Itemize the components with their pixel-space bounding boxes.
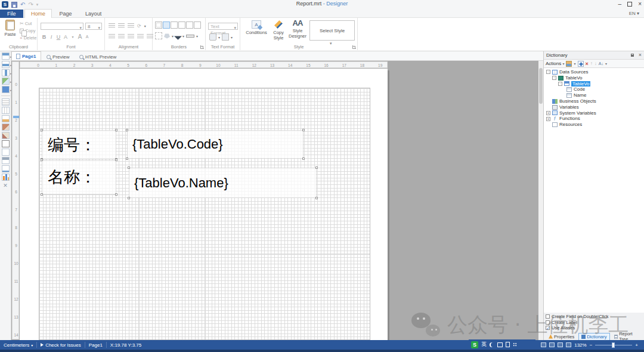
design-grid[interactable]	[39, 88, 370, 340]
tab-dictionary[interactable]: Dictionary	[578, 333, 609, 341]
expand-icon[interactable]: +	[546, 117, 550, 121]
outside-borders-icon[interactable]	[163, 21, 170, 29]
ime-language-icon[interactable]: 英	[481, 341, 487, 348]
option-create-label[interactable]: Create Label	[546, 320, 642, 326]
actions-button[interactable]: Actions ▾	[546, 61, 564, 66]
moon-icon[interactable]	[490, 342, 494, 347]
tab-report-tree[interactable]: Report Tree	[611, 333, 644, 341]
copy-button[interactable]: Copy	[20, 28, 36, 33]
tab-preview[interactable]: Preview	[42, 53, 73, 61]
tab-properties[interactable]: Properties	[546, 333, 577, 341]
font-color-dropdown-icon[interactable]: ▾	[69, 33, 76, 41]
style-dialog-launcher-icon[interactable]	[352, 45, 356, 49]
text-label-name[interactable]: 名称：	[42, 160, 116, 194]
new-item-dropdown-icon[interactable]: ▾	[574, 61, 575, 66]
view-logical-icon[interactable]	[558, 342, 563, 347]
move-down-icon[interactable]: ↓	[595, 61, 597, 66]
text-rotation-icon[interactable]: ⟳	[137, 23, 141, 29]
align-left-icon[interactable]	[109, 34, 115, 39]
option-use-aliases[interactable]: ✓ Use Aliases	[546, 325, 642, 331]
bottom-border-icon[interactable]	[178, 21, 185, 29]
align-justify-icon[interactable]	[137, 34, 144, 39]
tab-page[interactable]: Page	[54, 10, 78, 18]
image-tool[interactable]	[2, 123, 10, 131]
general-format-dropdown-icon[interactable]: ▾	[218, 35, 220, 39]
tree-node-variables[interactable]: Variables	[546, 104, 644, 110]
select-style-gallery[interactable]: Select Style	[309, 20, 355, 41]
borders-dialog-launcher-icon[interactable]	[200, 45, 204, 49]
horizontal-ruler[interactable]: 012345678910111213141516171819	[20, 61, 388, 68]
ime-keyboard-icon[interactable]	[497, 342, 503, 347]
view-page-break-icon[interactable]	[549, 342, 555, 347]
tree-node-resources[interactable]: Resources	[546, 122, 644, 128]
no-border-icon[interactable]	[155, 32, 162, 39]
sort-icon[interactable]: A↓	[599, 61, 603, 66]
border-color-dropdown-icon[interactable]: ▾	[182, 34, 184, 38]
collapse-icon[interactable]: -	[558, 82, 562, 86]
border-style-dropdown-icon[interactable]: ▾	[196, 34, 198, 38]
restore-icon[interactable]	[627, 2, 632, 7]
tab-page1[interactable]: Page1	[11, 51, 41, 60]
custom-format-icon[interactable]	[222, 33, 229, 41]
sogou-logo-icon[interactable]: S	[471, 341, 478, 348]
vertical-ruler[interactable]: 01234567891011121314	[12, 61, 19, 339]
panel-close-icon[interactable]: ×	[639, 52, 642, 58]
close-icon[interactable]: ×	[638, 0, 642, 8]
chart-tool[interactable]	[2, 174, 10, 181]
tab-file[interactable]: File	[0, 10, 23, 18]
grow-font-button[interactable]: A	[76, 33, 83, 41]
underline-button[interactable]: U	[55, 33, 62, 41]
delete-button[interactable]: × Delete	[20, 35, 36, 41]
font-color-button[interactable]: A	[62, 33, 69, 41]
tree-node-functions[interactable]: + ƒ Functions	[546, 116, 644, 122]
sub-report-tool[interactable]	[2, 157, 10, 164]
text-in-cells-tool[interactable]	[2, 107, 10, 114]
tree-node-table-tablevo[interactable]: - TableVo	[558, 81, 644, 87]
infographics-tool[interactable]: ▸	[2, 78, 10, 85]
view-interlacing-icon[interactable]	[566, 342, 571, 347]
pin-icon[interactable]	[631, 54, 634, 57]
language-selector[interactable]: EN ▾	[629, 9, 639, 18]
new-item-icon[interactable]	[566, 61, 572, 67]
rich-text-tool[interactable]	[2, 115, 10, 122]
italic-button[interactable]: I	[48, 33, 55, 41]
sort-dropdown-icon[interactable]: ▾	[605, 61, 607, 66]
collapse-icon[interactable]: -	[552, 76, 556, 80]
tree-node-business-objects[interactable]: Business Objects	[546, 98, 644, 104]
paste-button[interactable]: Paste	[2, 20, 18, 37]
right-border-icon[interactable]	[194, 21, 201, 29]
custom-format-dropdown-icon[interactable]: ▾	[231, 35, 233, 39]
option-create-field[interactable]: Create Field on Double Click	[546, 314, 642, 320]
style-designer-button[interactable]: AA StyleDesigner	[288, 19, 307, 39]
minimize-icon[interactable]: –	[618, 0, 622, 8]
border-style-icon[interactable]	[186, 35, 194, 38]
align-top-icon[interactable]	[109, 23, 115, 29]
scrollbar-thumb[interactable]	[539, 68, 543, 104]
report-page[interactable]: 编号： {TableVo.Code} 名称： {TableVo.Name}	[20, 69, 388, 340]
all-borders-icon[interactable]	[155, 21, 162, 29]
general-format-icon[interactable]	[209, 33, 216, 41]
tab-layout[interactable]: Layout	[79, 10, 107, 18]
ime-grid-icon[interactable]	[513, 342, 517, 347]
zoom-slider-thumb[interactable]	[612, 342, 615, 348]
barcode-tool[interactable]	[2, 132, 10, 139]
delete-item-icon[interactable]: ×	[586, 61, 589, 67]
tab-home[interactable]: Home	[24, 9, 52, 18]
top-border-icon[interactable]	[171, 21, 178, 29]
rotation-dropdown-icon[interactable]: ▾	[144, 24, 146, 28]
bold-button[interactable]: B	[41, 33, 48, 41]
view-normal-icon[interactable]	[541, 342, 546, 347]
conditions-button[interactable]: A Conditions	[244, 20, 269, 35]
cut-button[interactable]: ✂ Cut	[20, 21, 32, 26]
border-color-icon[interactable]	[174, 32, 182, 40]
bands-tool[interactable]: ▸	[2, 53, 10, 60]
tree-node-data-sources[interactable]: - Data Sources	[546, 69, 644, 75]
fill-dropdown-icon[interactable]: ▾	[172, 34, 174, 38]
align-middle-icon[interactable]	[118, 23, 125, 29]
expand-icon[interactable]: +	[546, 111, 550, 115]
copy-style-button[interactable]: CopyStyle	[270, 20, 287, 41]
collapse-icon[interactable]: -	[546, 70, 550, 74]
shapes-tool[interactable]: ✕	[2, 182, 10, 189]
shrink-font-button[interactable]: A	[83, 33, 91, 41]
move-up-icon[interactable]: ↑	[590, 61, 593, 66]
